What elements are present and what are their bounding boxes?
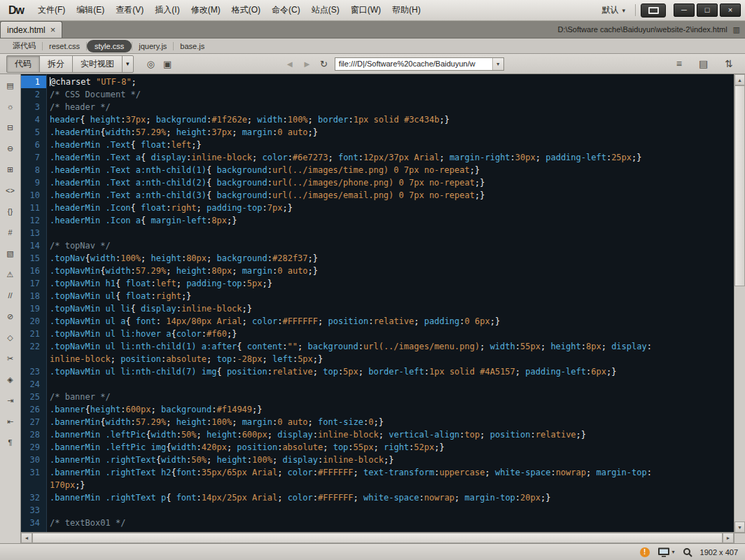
code-line[interactable]: 34/* textBox01 */: [21, 517, 734, 529]
menu-window[interactable]: 窗口(W): [345, 0, 387, 20]
forward-icon[interactable]: ►: [298, 58, 316, 70]
code-line-text[interactable]: .bannerMin .leftPic img{width:420px; pos…: [46, 441, 686, 454]
vertical-scrollbar[interactable]: ▲ ▼: [734, 74, 745, 543]
code-line[interactable]: 5.headerMin{width:57.29%; height:37px; m…: [21, 126, 734, 139]
code-line-text[interactable]: @charset "UTF-8";: [46, 76, 686, 88]
format-options-icon[interactable]: ≡: [672, 57, 686, 70]
code-line-text[interactable]: .bannerMin{width:57.29%; height:100%; ma…: [46, 416, 686, 428]
line-number[interactable]: 26: [21, 403, 46, 416]
code-line-text[interactable]: .topNavMin{width:57.29%; height:80px; ma…: [46, 265, 686, 277]
code-line-text[interactable]: .bannerMin .leftPic{width:50%; height:60…: [46, 428, 686, 441]
maximize-button[interactable]: □: [697, 4, 718, 17]
line-number[interactable]: 3: [21, 101, 46, 113]
code-line[interactable]: 22.topNavMin ul li:nth-child(1) a:after{…: [21, 340, 734, 365]
tab-close-icon[interactable]: ×: [50, 25, 56, 34]
workspace-switcher[interactable]: 默认 ▾: [597, 2, 630, 18]
close-button[interactable]: ×: [720, 4, 741, 17]
line-number[interactable]: 5: [21, 126, 46, 139]
code-line[interactable]: 32.bannerMin .rightText p{ font:14px/25p…: [21, 491, 734, 504]
line-number[interactable]: 15: [21, 252, 46, 265]
code-line-text[interactable]: .headerMin .Text a:nth-child(2){ backgro…: [46, 176, 686, 189]
tab-list-icon[interactable]: ▥: [733, 25, 745, 34]
code-line[interactable]: 27.bannerMin{width:57.29%; height:100%; …: [21, 416, 734, 428]
apply-comment-icon[interactable]: //: [2, 288, 19, 303]
line-number[interactable]: 25: [21, 391, 46, 403]
menu-file[interactable]: 文件(F): [32, 0, 71, 20]
move-convert-css-icon[interactable]: ◈: [2, 372, 19, 387]
line-number[interactable]: 19: [21, 302, 46, 315]
line-number[interactable]: 12: [21, 214, 46, 227]
menu-site[interactable]: 站点(S): [306, 0, 345, 20]
horizontal-scroll-thumb[interactable]: [32, 533, 723, 543]
code-line[interactable]: 12.headerMin .Icon a{ margin-left:8px;}: [21, 214, 734, 227]
code-line-text[interactable]: header{ height:37px; background:#1f262e;…: [46, 113, 686, 126]
split-view-button[interactable]: 拆分: [39, 55, 73, 73]
menu-view[interactable]: 查看(V): [110, 0, 149, 20]
code-line-text[interactable]: .topNavMin ul li:hover a{color:#f60;}: [46, 328, 686, 340]
minimize-button[interactable]: ─: [674, 4, 695, 17]
live-view-button[interactable]: 实时视图: [72, 55, 123, 73]
related-file-reset-css[interactable]: reset.css: [43, 40, 86, 52]
line-number[interactable]: 6: [21, 139, 46, 151]
code-line-text[interactable]: .bannerMin .rightText h2{font:35px/65px …: [46, 466, 686, 491]
zoom-tool-icon[interactable]: [683, 547, 692, 557]
select-parent-tag-icon[interactable]: <>: [2, 183, 19, 198]
code-line[interactable]: 17.topNavMin h1{ float:left; padding-top…: [21, 277, 734, 290]
line-number[interactable]: 9: [21, 176, 46, 189]
line-number[interactable]: 4: [21, 113, 46, 126]
code-navigator-icon[interactable]: ☼: [2, 99, 19, 114]
code-line-text[interactable]: .bannerMin .rightText p{ font:14px/25px …: [46, 491, 686, 504]
related-file-base-js[interactable]: base.js: [174, 40, 211, 52]
code-line-text[interactable]: /* header */: [46, 101, 686, 113]
menu-help[interactable]: 帮助(H): [387, 0, 426, 20]
screen-layout-button[interactable]: [641, 4, 666, 18]
code-line[interactable]: 33: [21, 504, 734, 517]
warning-icon[interactable]: !: [640, 547, 650, 557]
code-line-text[interactable]: .topNav{width:100%; height:80px; backgro…: [46, 252, 686, 265]
refresh-icon[interactable]: ↻: [316, 58, 332, 70]
code-line-text[interactable]: .headerMin{width:57.29%; height:37px; ma…: [46, 126, 686, 139]
code-line-text[interactable]: .topNavMin ul{ float:right;}: [46, 290, 686, 302]
remove-comment-icon[interactable]: ⊘: [2, 309, 19, 324]
line-number[interactable]: 34: [21, 517, 46, 529]
code-line[interactable]: 21.topNavMin ul li:hover a{color:#f60;}: [21, 328, 734, 340]
code-line-text[interactable]: .banner{height:600px; background:#f14949…: [46, 403, 686, 416]
code-line-text[interactable]: .headerMin .Text{ float:left;}: [46, 139, 686, 151]
code-line[interactable]: 18.topNavMin ul{ float:right;}: [21, 290, 734, 302]
code-line[interactable]: 24: [21, 378, 734, 391]
code-line-text[interactable]: /* CSS Document */: [46, 88, 686, 101]
code-line-text[interactable]: .headerMin .Text a:nth-child(3){ backgro…: [46, 189, 686, 202]
code-line-text[interactable]: /* topNav */: [46, 239, 686, 252]
code-line[interactable]: 31.bannerMin .rightText h2{font:35px/65p…: [21, 466, 734, 491]
code-line-text[interactable]: /* banner */: [46, 391, 686, 403]
line-number[interactable]: 23: [21, 365, 46, 378]
code-line[interactable]: 20.topNavMin ul a{ font: 14px/80px Arial…: [21, 315, 734, 328]
line-numbers-icon[interactable]: #: [2, 225, 19, 240]
wrap-tag-icon[interactable]: ◇: [2, 330, 19, 345]
menu-edit[interactable]: 编辑(E): [71, 0, 110, 20]
menu-format[interactable]: 格式(O): [226, 0, 266, 20]
line-number[interactable]: 7: [21, 151, 46, 164]
syntax-error-alerts-icon[interactable]: ⚠: [2, 267, 19, 282]
expand-all-icon[interactable]: ⊞: [2, 162, 19, 177]
open-documents-icon[interactable]: ▤: [2, 78, 19, 93]
code-line[interactable]: 19.topNavMin ul li{ display:inline-block…: [21, 302, 734, 315]
code-line[interactable]: 29.bannerMin .leftPic img{width:420px; p…: [21, 441, 734, 454]
code-line[interactable]: 10.headerMin .Text a:nth-child(3){ backg…: [21, 189, 734, 202]
address-dropdown-icon[interactable]: ▾: [492, 58, 503, 70]
code-line-text[interactable]: .topNavMin h1{ float:left; padding-top:5…: [46, 277, 686, 290]
code-line[interactable]: 26.banner{height:600px; background:#f149…: [21, 403, 734, 416]
line-number[interactable]: 31: [21, 466, 46, 479]
window-size-switcher[interactable]: ▾: [657, 547, 675, 557]
code-line-text[interactable]: .headerMin .Icon{ float:right; padding-t…: [46, 202, 686, 214]
line-number[interactable]: 13: [21, 227, 46, 239]
tab-index-html[interactable]: index.html ×: [0, 21, 62, 38]
line-number[interactable]: 11: [21, 202, 46, 214]
back-icon[interactable]: ◄: [281, 58, 298, 70]
inspect-icon[interactable]: ▣: [159, 58, 176, 70]
code-line[interactable]: 15.topNav{width:100%; height:80px; backg…: [21, 252, 734, 265]
related-file-jquery-js[interactable]: jquery.js: [132, 40, 173, 52]
line-number[interactable]: 21: [21, 328, 46, 340]
sort-icon[interactable]: ⇅: [720, 57, 737, 70]
line-number[interactable]: 30: [21, 454, 46, 466]
